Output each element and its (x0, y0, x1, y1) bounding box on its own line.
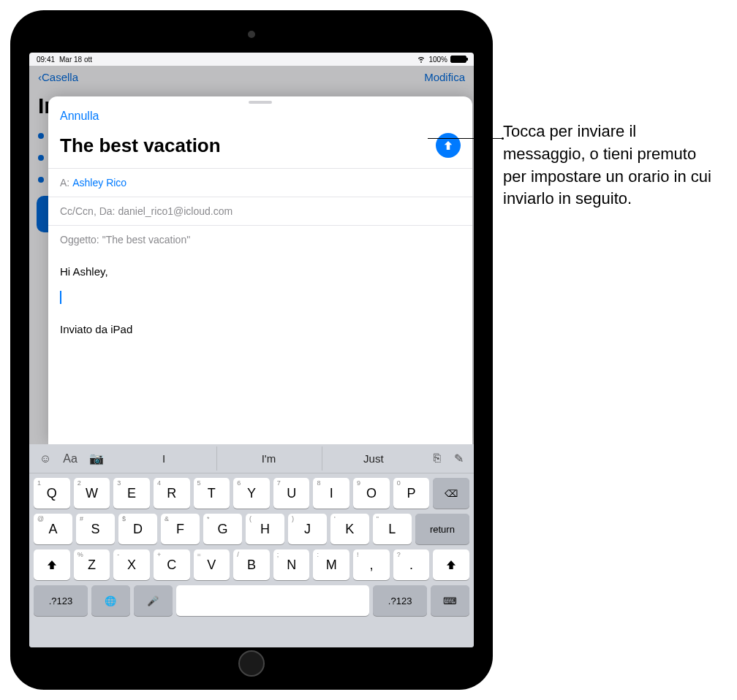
return-key[interactable]: return (415, 514, 469, 544)
signature: Inviato da iPad (60, 322, 461, 338)
key-t[interactable]: T5 (194, 478, 230, 509)
ipad-device-frame: 09:41 Mar 18 ott 100% ‹ Casella Modifica… (10, 10, 493, 690)
compose-sheet: Annulla The best vacation A: Ashley Rico… (48, 96, 472, 444)
message-body[interactable]: Hi Ashley, Inviato da iPad (48, 254, 472, 444)
key-e[interactable]: E3 (113, 478, 150, 509)
markup-icon[interactable]: ✎ (451, 449, 466, 468)
to-label: A: (60, 177, 69, 189)
key-,[interactable]: ,! (353, 549, 390, 580)
cc-bcc-from-field[interactable]: Cc/Ccn, Da: daniel_rico1@icloud.com (48, 197, 472, 225)
camera-dot (248, 31, 255, 38)
key-l[interactable]: L" (373, 514, 412, 544)
callout-text: Tocca per inviare il messaggio, o tieni … (503, 121, 722, 210)
key-d[interactable]: D$ (118, 514, 157, 544)
key-c[interactable]: C+ (154, 549, 190, 580)
suggestion-2[interactable]: I'm (216, 446, 320, 471)
shift-key-right[interactable] (433, 549, 469, 580)
home-button[interactable] (238, 650, 265, 677)
subject-value: "The best vacation" (102, 234, 190, 246)
cc-value: daniel_rico1@icloud.com (118, 205, 233, 217)
body-greeting: Hi Ashley, (60, 264, 461, 281)
shift-key-left[interactable] (34, 549, 70, 580)
key-b[interactable]: B/ (233, 549, 270, 580)
key-x[interactable]: X- (113, 549, 150, 580)
callout-leader-line (428, 138, 504, 139)
suggestion-bar: I I'm Just (113, 446, 425, 471)
status-date: Mar 18 ott (59, 56, 92, 64)
globe-key[interactable]: 🌐 (91, 585, 130, 616)
key-p[interactable]: P0 (393, 478, 430, 509)
to-value: Ashley Rico (72, 177, 126, 189)
numbers-key-right[interactable]: .?123 (373, 585, 427, 616)
key-i[interactable]: I8 (313, 478, 349, 509)
key-n[interactable]: N; (273, 549, 310, 580)
suggestion-1[interactable]: I (113, 446, 215, 471)
space-key[interactable] (176, 585, 369, 616)
suggestion-3[interactable]: Just (322, 446, 425, 471)
to-field[interactable]: A: Ashley Rico (48, 168, 472, 197)
key-j[interactable]: J) (288, 514, 327, 544)
key-r[interactable]: R4 (154, 478, 190, 509)
keyboard: ☺ Aa 📷 I I'm Just ⎘ ✎ Q1W2E3R4T5Y6U7I8O9… (29, 444, 474, 647)
key-k[interactable]: K' (330, 514, 369, 544)
key-m[interactable]: M: (313, 549, 349, 580)
subject-label: Oggetto: (60, 234, 99, 246)
sheet-grabber[interactable] (249, 101, 272, 104)
format-icon[interactable]: Aa (60, 449, 80, 468)
arrow-up-icon (442, 139, 455, 152)
key-v[interactable]: V= (194, 549, 230, 580)
key-f[interactable]: F& (161, 514, 200, 544)
key-o[interactable]: O9 (353, 478, 390, 509)
key-y[interactable]: Y6 (233, 478, 270, 509)
scan-icon[interactable]: ⎘ (431, 449, 444, 468)
key-w[interactable]: W2 (74, 478, 110, 509)
compose-title: The best vacation (60, 134, 221, 157)
key-a[interactable]: A@ (34, 514, 72, 544)
text-cursor (60, 291, 61, 304)
cancel-button[interactable]: Annulla (60, 110, 99, 122)
key-.[interactable]: .? (393, 549, 430, 580)
battery-icon (450, 56, 466, 63)
status-time: 09:41 (37, 56, 55, 64)
subject-field[interactable]: Oggetto: "The best vacation" (48, 225, 472, 254)
key-q[interactable]: Q1 (34, 478, 70, 509)
key-s[interactable]: S# (76, 514, 115, 544)
key-h[interactable]: H( (246, 514, 284, 544)
battery-percent: 100% (428, 56, 447, 64)
key-g[interactable]: G* (203, 514, 242, 544)
wifi-icon (417, 56, 426, 63)
cc-label: Cc/Ccn, Da: (60, 205, 115, 217)
key-u[interactable]: U7 (273, 478, 310, 509)
status-bar: 09:41 Mar 18 ott 100% (29, 53, 474, 66)
send-button[interactable] (436, 133, 461, 158)
screen: 09:41 Mar 18 ott 100% ‹ Casella Modifica… (29, 53, 474, 647)
dismiss-keyboard-key[interactable]: ⌨ (431, 585, 469, 616)
backspace-key[interactable]: ⌫ (433, 478, 469, 509)
numbers-key[interactable]: .?123 (34, 585, 88, 616)
mic-key[interactable]: 🎤 (134, 585, 173, 616)
emoji-icon[interactable]: ☺ (37, 449, 54, 468)
key-z[interactable]: Z% (74, 549, 110, 580)
camera-icon[interactable]: 📷 (86, 449, 107, 468)
